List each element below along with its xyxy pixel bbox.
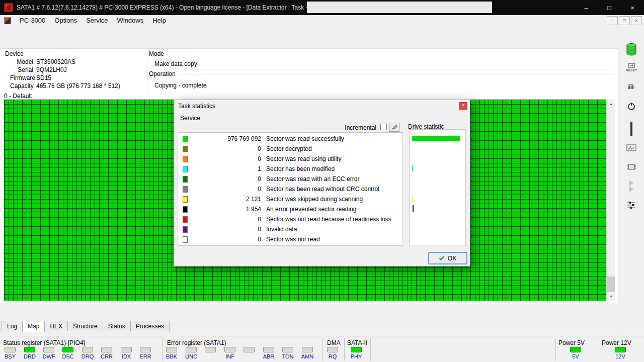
adapter-button[interactable] <box>622 158 641 176</box>
drive-icon <box>625 43 637 56</box>
app-logo-icon <box>4 3 13 12</box>
scroll-down-button[interactable]: ▼ <box>607 292 615 301</box>
drive-power-button[interactable] <box>622 40 641 58</box>
led-ton <box>282 347 293 352</box>
stat-label: Sector was not read because of readiness… <box>266 216 391 223</box>
statusbar-separator <box>370 338 371 361</box>
led-label-bsy: BSY <box>3 353 18 359</box>
color-swatch <box>183 216 188 223</box>
led-reserved-1 <box>205 347 216 352</box>
group-rule <box>148 69 615 69</box>
drive-stat-tick-read-error <box>413 205 414 212</box>
device-firmware-value: SD15 <box>36 74 51 81</box>
minimize-button[interactable]: – <box>575 0 598 15</box>
mdi-close-button[interactable]: × <box>631 16 642 25</box>
stat-count: 1 <box>188 165 261 172</box>
led-label-phy: PHY <box>349 353 364 359</box>
stat-row-skipped: 2 121 Sector was skipped during scanning <box>178 194 403 204</box>
map-scrollbar[interactable]: ▲ ▼ <box>606 100 615 301</box>
led-5v <box>570 347 581 352</box>
device-model-label: Model <box>10 58 33 65</box>
titlebar-overlay <box>307 2 492 13</box>
stat-label: An error prevented sector reading <box>266 206 356 213</box>
stat-label: Sector was read successfully <box>266 135 344 142</box>
maximize-button[interactable]: □ <box>598 0 621 15</box>
tab-processes[interactable]: Processes <box>130 321 170 331</box>
reset-button[interactable]: RESET <box>622 58 641 76</box>
led-bbk <box>166 347 177 352</box>
led-label-idx: IDX <box>119 353 134 359</box>
led-crr <box>101 347 112 352</box>
device-capacity-label: Capacity <box>10 82 33 89</box>
reset-label: RESET <box>626 69 637 72</box>
ok-button[interactable]: OK <box>428 252 467 264</box>
power-switch-button[interactable] <box>622 97 641 115</box>
dialog-close-button[interactable]: × <box>459 102 467 110</box>
tab-map[interactable]: Map <box>22 321 45 332</box>
tab-log[interactable]: Log <box>2 321 23 331</box>
stat-count: 0 <box>188 155 261 162</box>
incremental-checkbox[interactable] <box>380 124 387 130</box>
led-label-bbk: BBK <box>164 353 179 359</box>
color-swatch <box>183 146 188 152</box>
titlebar: SATA1 # 7.6.12(7.6.12.14278) # PC-3000 E… <box>0 0 644 15</box>
tab-structure[interactable]: Structure <box>67 321 103 331</box>
mode-value: Make data copy <box>154 60 197 67</box>
mdi-restore-icon: □ <box>623 18 625 23</box>
status-register-label: Status register (SATA1)-[PIO4] <box>3 339 85 346</box>
statusbar-separator <box>344 338 345 361</box>
close-button[interactable]: × <box>621 0 644 15</box>
led-label-12v: 12V <box>613 353 628 359</box>
stat-label: Sector decrypted <box>266 145 312 152</box>
led-label-drd: DRD <box>22 353 37 359</box>
scroll-up-button[interactable]: ▲ <box>607 100 615 108</box>
drive-statistic-panel <box>409 129 466 245</box>
pause-task-button[interactable] <box>622 120 641 138</box>
window-controls: – □ × <box>575 0 644 15</box>
tab-hex[interactable]: HEX <box>44 321 68 331</box>
color-swatch <box>183 136 188 142</box>
stat-label: Sector was skipped during scanning <box>266 196 363 203</box>
dma-label: DMA <box>327 339 341 346</box>
settings-sliders-button[interactable] <box>622 196 641 214</box>
incremental-edit-button[interactable] <box>389 123 399 132</box>
minimize-icon: – <box>584 4 588 12</box>
menu-options[interactable]: Options <box>50 16 82 25</box>
color-swatch <box>183 226 188 233</box>
scroll-down-icon: ▼ <box>609 295 613 298</box>
mdi-minimize-button[interactable]: – <box>607 16 618 25</box>
stat-label: Sector was read with an ECC error <box>266 175 359 183</box>
drive-stat-tick-skipped <box>412 195 413 202</box>
tab-status[interactable]: Status <box>103 321 131 331</box>
task-statistics-dialog: Task statistics × Service Incremental 97… <box>174 100 470 266</box>
stat-count: 0 <box>188 216 261 223</box>
mdi-restore-button[interactable]: □ <box>619 16 630 25</box>
stat-count: 976 769 092 <box>188 135 261 142</box>
forward-button[interactable] <box>622 177 641 195</box>
scroll-up-icon: ▲ <box>609 102 613 106</box>
ok-button-label: OK <box>448 255 456 262</box>
drive-stat-tick-modified <box>412 165 413 172</box>
led-label-err: ERR <box>138 353 153 359</box>
check-icon <box>439 255 445 260</box>
stat-label: Sector has been read without CRC control <box>266 186 379 193</box>
led-label-abr: ABR <box>261 353 276 359</box>
menu-help[interactable]: Help <box>148 16 171 25</box>
led-label-drq: DRQ <box>80 353 95 359</box>
group-rule <box>27 54 145 54</box>
device-serial-value: 9QM2LH0J <box>36 66 67 73</box>
incremental-label: Incremental <box>340 124 376 131</box>
jumper-button[interactable] <box>622 78 641 96</box>
dialog-menu-service[interactable]: Service <box>178 114 202 123</box>
oscilloscope-button[interactable] <box>622 139 641 157</box>
menu-service[interactable]: Service <box>82 16 112 25</box>
menu-pc3000[interactable]: PC-3000 <box>15 16 50 25</box>
led-dsc <box>62 347 73 352</box>
brush-icon <box>391 124 398 131</box>
led-label-dwf: DWF <box>41 353 56 359</box>
stat-count: 0 <box>188 226 261 233</box>
dialog-title: Task statistics <box>178 103 215 110</box>
menu-windows[interactable]: Windows <box>112 16 148 25</box>
led-abr <box>263 347 274 352</box>
device-serial-label: Serial <box>10 66 33 73</box>
